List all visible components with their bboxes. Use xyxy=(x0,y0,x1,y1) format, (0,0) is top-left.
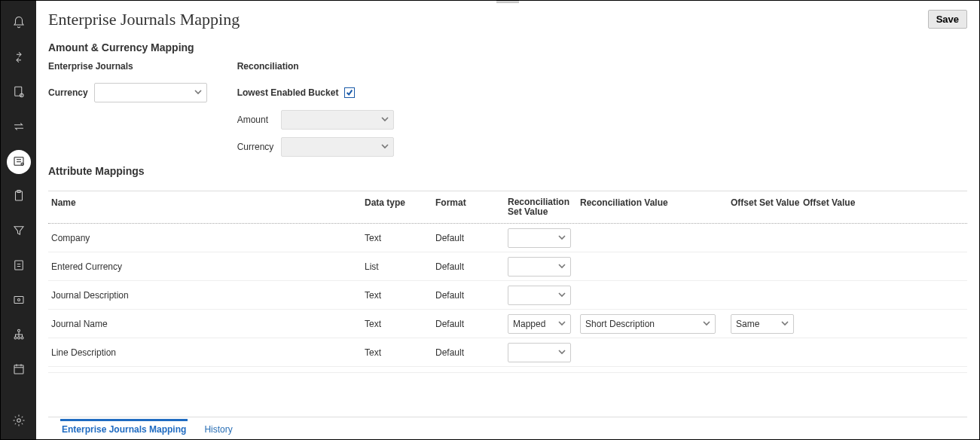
section-amount-currency-title: Amount & Currency Mapping xyxy=(48,41,967,53)
lowest-bucket-label: Lowest Enabled Bucket xyxy=(237,87,339,98)
chevron-down-icon xyxy=(194,87,202,98)
cell-data-type: Text xyxy=(365,233,435,243)
table-row: Line DescriptionTextDefault xyxy=(48,338,967,367)
rec-heading: Reconciliation xyxy=(237,61,394,72)
hierarchy-icon xyxy=(12,328,26,344)
cell-name: Entered Currency xyxy=(48,261,365,272)
table-row: CompanyTextDefault xyxy=(48,224,967,252)
cell-offset-set: Same xyxy=(731,314,803,334)
amount-select[interactable] xyxy=(281,110,394,130)
cell-rec-set xyxy=(508,257,580,277)
cell-rec-set xyxy=(508,343,580,362)
cell-format: Default xyxy=(435,347,508,358)
tab-history[interactable]: History xyxy=(203,420,234,439)
transfer-icon xyxy=(12,120,26,136)
amount-currency-mapping: Enterprise Journals Currency Reconciliat… xyxy=(48,61,967,157)
chevron-down-icon xyxy=(703,319,710,329)
nav-view[interactable] xyxy=(7,289,31,313)
page-title: Enterprise Journals Mapping xyxy=(48,10,928,29)
cell-data-type: Text xyxy=(365,347,435,358)
cell-format: Default xyxy=(435,261,508,272)
cell-format: Default xyxy=(435,319,508,329)
cell-name: Company xyxy=(48,233,365,243)
svg-rect-2 xyxy=(14,157,23,165)
gear-icon xyxy=(12,414,26,429)
svg-point-9 xyxy=(17,329,20,332)
funnel-icon xyxy=(12,224,26,240)
cell-data-type: List xyxy=(365,261,435,272)
cell-name: Journal Description xyxy=(48,290,365,301)
bottom-tabs: Enterprise Journals Mapping History xyxy=(48,417,967,439)
nav-report[interactable] xyxy=(7,254,31,278)
col-name-header: Name xyxy=(48,197,365,217)
nav-transfer[interactable] xyxy=(7,115,31,139)
chevron-down-icon xyxy=(558,347,566,358)
svg-rect-6 xyxy=(14,261,23,270)
rec-set-value-select[interactable] xyxy=(508,343,571,362)
chevron-down-icon xyxy=(381,115,389,125)
svg-point-12 xyxy=(21,337,23,339)
view-icon xyxy=(12,293,26,309)
table-row: Journal DescriptionTextDefault xyxy=(48,281,967,310)
nav-clipboard[interactable] xyxy=(7,185,31,209)
nav-mapping[interactable] xyxy=(7,150,31,174)
table-row: Journal NameTextDefaultMappedShort Descr… xyxy=(48,310,967,338)
calendar-icon xyxy=(12,362,26,378)
rec-set-value-select[interactable] xyxy=(508,286,571,305)
lowest-bucket-checkbox[interactable] xyxy=(344,87,355,98)
cell-name: Line Description xyxy=(48,347,365,358)
cell-data-type: Text xyxy=(365,290,435,301)
nav-notifications[interactable] xyxy=(7,11,31,35)
cell-format: Default xyxy=(435,290,508,301)
table-body[interactable]: CompanyTextDefaultEntered CurrencyListDe… xyxy=(48,224,967,373)
svg-point-8 xyxy=(17,298,20,301)
cell-rec-set xyxy=(508,286,580,305)
grip-icon xyxy=(496,1,519,3)
chevron-down-icon xyxy=(558,290,566,301)
mapping-icon xyxy=(12,154,26,170)
amount-label: Amount xyxy=(237,115,275,125)
table-header: Name Data type Format Reconciliation Set… xyxy=(48,191,967,224)
svg-point-11 xyxy=(17,337,20,339)
report-icon xyxy=(12,258,26,274)
rec-set-value-select[interactable] xyxy=(508,228,571,248)
nav-calendar[interactable] xyxy=(7,358,31,382)
nav-filter[interactable] xyxy=(7,219,31,243)
page-header: Enterprise Journals Mapping Save xyxy=(36,4,979,29)
save-button[interactable]: Save xyxy=(928,10,967,29)
nav-document-settings[interactable] xyxy=(7,81,31,105)
sidebar-nav xyxy=(1,1,36,439)
offset-set-value-select[interactable]: Same xyxy=(731,314,794,334)
col-type-header: Data type xyxy=(365,197,435,217)
rec-value-select[interactable]: Short Description xyxy=(580,314,716,334)
chevron-down-icon xyxy=(558,319,566,329)
enterprise-journals-column: Enterprise Journals Currency xyxy=(48,61,207,157)
clipboard-icon xyxy=(12,189,26,205)
nav-settings[interactable] xyxy=(7,409,31,433)
rec-currency-select[interactable] xyxy=(281,137,394,157)
document-gear-icon xyxy=(12,85,26,101)
cell-data-type: Text xyxy=(365,319,435,329)
reconciliation-column: Reconciliation Lowest Enabled Bucket Amo… xyxy=(237,61,394,157)
attribute-table: Name Data type Format Reconciliation Set… xyxy=(48,191,967,417)
rec-set-value-select[interactable]: Mapped xyxy=(508,314,571,334)
tab-mapping[interactable]: Enterprise Journals Mapping xyxy=(60,419,188,439)
cell-rec-set xyxy=(508,228,580,248)
svg-point-3 xyxy=(21,163,23,165)
svg-rect-13 xyxy=(14,365,23,373)
nav-hierarchy[interactable] xyxy=(7,323,31,347)
bell-icon xyxy=(12,16,26,32)
svg-point-14 xyxy=(17,418,20,422)
col-format-header: Format xyxy=(435,197,508,217)
process-icon xyxy=(12,50,26,66)
svg-point-10 xyxy=(14,337,17,339)
currency-label: Currency xyxy=(48,87,88,98)
col-offsetset-header: Offset Set Value xyxy=(731,197,803,217)
nav-process[interactable] xyxy=(7,46,31,70)
table-row: Entered CurrencyListDefault xyxy=(48,252,967,281)
svg-rect-7 xyxy=(14,296,23,303)
currency-select[interactable] xyxy=(94,83,207,102)
col-offsetval-header: Offset Value xyxy=(803,197,878,217)
chevron-down-icon xyxy=(381,142,389,152)
rec-set-value-select[interactable] xyxy=(508,257,571,277)
